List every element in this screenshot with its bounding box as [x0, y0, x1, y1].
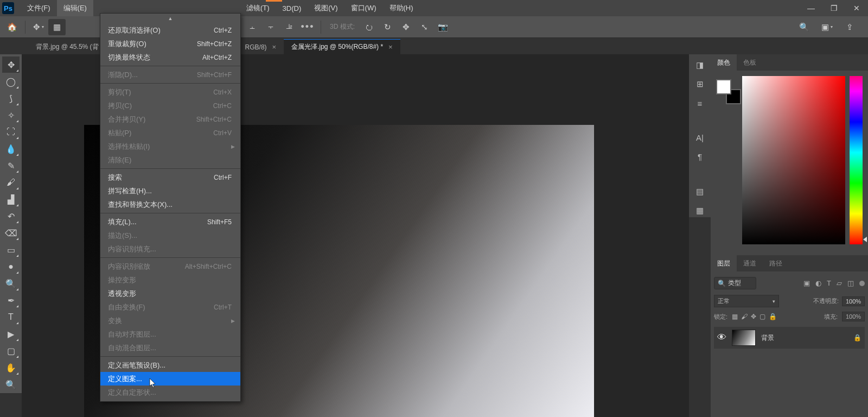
visibility-eye-icon[interactable]: 👁 — [717, 332, 726, 343]
character-icon[interactable]: A| — [693, 131, 707, 145]
search-icon[interactable]: 🔍 — [795, 19, 813, 35]
close-icon[interactable]: × — [388, 43, 393, 51]
lock-brush-icon[interactable]: 🖌 — [741, 313, 748, 320]
menuitem-重做裁剪O[interactable]: 重做裁剪(O)Shift+Ctrl+Z — [100, 37, 240, 50]
lasso-tool[interactable]: ⟆ — [2, 90, 20, 106]
filter-adjust-icon[interactable]: ◐ — [815, 279, 821, 287]
history-icon[interactable]: ◨ — [693, 59, 707, 72]
lock-position-icon[interactable]: ✥ — [751, 313, 756, 320]
blend-mode-select[interactable]: 正常 ▾ — [714, 295, 779, 307]
saturation-value-field[interactable] — [742, 76, 845, 244]
3d-roll-icon[interactable]: ↻ — [379, 19, 396, 35]
menu-filter[interactable]: 滤镜(T) — [240, 0, 276, 16]
3d-slide-icon[interactable]: ⤡ — [416, 19, 433, 35]
menu-window[interactable]: 窗口(W) — [344, 0, 383, 16]
filter-shape-icon[interactable]: ▱ — [837, 279, 842, 287]
crop-tool[interactable]: ⛶ — [2, 124, 20, 140]
foreground-background-swatch[interactable] — [716, 79, 738, 101]
clone-stamp-tool[interactable]: ▟ — [2, 191, 20, 207]
pen-tool[interactable]: ✒ — [2, 292, 20, 308]
align-center-h-icon[interactable]: ⫠ — [244, 19, 261, 35]
blur-tool[interactable]: ● — [2, 258, 20, 275]
filter-smart-icon[interactable]: ◫ — [847, 279, 854, 287]
tab-channels[interactable]: 通道 — [737, 255, 763, 271]
lock-artboard-icon[interactable]: ▢ — [760, 313, 765, 320]
tab-swatches[interactable]: 色板 — [737, 54, 763, 71]
workspace-icon[interactable]: ▣▾ — [818, 19, 835, 35]
lock-all-icon[interactable]: 🔒 — [769, 313, 777, 320]
layer-thumbnail[interactable] — [732, 330, 756, 346]
foreground-color[interactable] — [716, 79, 731, 94]
menu-edit[interactable]: 编辑(E) — [57, 0, 93, 16]
adjustments-icon[interactable]: ≡ — [693, 97, 707, 110]
paragraph-icon[interactable]: ¶ — [693, 150, 707, 163]
home-icon[interactable]: 🏠 — [3, 19, 21, 35]
more-align-icon[interactable]: ••• — [299, 19, 316, 35]
eyedropper-tool[interactable]: 💧 — [2, 141, 20, 157]
menuitem-操控变形: 操控变形 — [100, 273, 240, 287]
healing-brush-tool[interactable]: ✎ — [2, 157, 20, 174]
libraries-icon[interactable]: ▤ — [693, 185, 707, 198]
menuitem-查找和替换文本X[interactable]: 查找和替换文本(X)... — [100, 198, 240, 211]
shape-tool[interactable]: ▢ — [2, 343, 20, 359]
opacity-label: 不透明度: — [813, 297, 839, 305]
window-restore-icon[interactable]: ❐ — [822, 0, 845, 16]
hand-tool[interactable]: ✋ — [2, 359, 20, 376]
3d-zoom-icon[interactable]: 📷 — [434, 19, 451, 35]
brush-tool[interactable]: 🖌 — [2, 174, 20, 191]
menuitem-搜索[interactable]: 搜索Ctrl+F — [100, 170, 240, 184]
share-icon[interactable]: ⇪ — [841, 19, 858, 35]
filter-toggle[interactable] — [859, 281, 865, 286]
marquee-tool[interactable]: ◯ — [2, 73, 20, 90]
distribute-icon[interactable]: ⫡ — [280, 19, 298, 35]
menu-view[interactable]: 视图(V) — [308, 0, 344, 16]
tab-color[interactable]: 颜色 — [711, 54, 737, 71]
3d-pan-icon[interactable]: ✥ — [397, 19, 414, 35]
doc-tab-2[interactable]: 金属光泽.jpg @ 50%(RGB/8#) * × — [284, 39, 400, 54]
3d-orbit-icon[interactable]: ⭮ — [360, 19, 378, 35]
notes-icon[interactable]: ▦ — [693, 204, 707, 217]
magic-wand-tool[interactable]: ✧ — [2, 107, 20, 123]
menuitem-透视变形[interactable]: 透视变形 — [100, 287, 240, 300]
move-tool-opt[interactable]: ✥▾ — [30, 19, 47, 35]
history-brush-tool[interactable]: ↶ — [2, 208, 20, 224]
menuitem-定义画笔预设B[interactable]: 定义画笔预设(B)... — [100, 358, 240, 372]
menuitem-还原取消选择O[interactable]: 还原取消选择(O)Ctrl+Z — [100, 23, 240, 37]
tab-layers[interactable]: 图层 — [711, 255, 737, 271]
menu-3d[interactable]: 3D(D) — [276, 0, 308, 16]
lock-pixels-icon[interactable]: ▦ — [732, 313, 738, 320]
menuitem-填充L[interactable]: 填充(L)...Shift+F5 — [100, 215, 240, 229]
hue-slider[interactable] — [850, 76, 863, 244]
properties-icon[interactable]: ⊞ — [693, 78, 707, 91]
layer-item[interactable]: 👁 背景 🔒 — [714, 327, 865, 349]
window-close-icon[interactable]: ✕ — [845, 0, 868, 16]
dodge-tool[interactable]: 🔍 — [2, 275, 20, 292]
menuitem-label: 切换最终状态 — [108, 53, 150, 62]
tab-paths[interactable]: 路径 — [763, 255, 789, 271]
move-tool[interactable]: ✥ — [2, 56, 20, 73]
menuitem-label: 重做裁剪(O) — [108, 39, 146, 49]
close-icon[interactable]: × — [272, 43, 277, 51]
menuitem-定义图案[interactable]: 定义图案... — [100, 372, 240, 386]
gradient-tool[interactable]: ▭ — [2, 242, 20, 258]
menu-help[interactable]: 帮助(H) — [383, 0, 420, 16]
align-right-icon[interactable]: ⫟ — [262, 19, 279, 35]
layer-filter-select[interactable]: 🔍 类型 — [714, 277, 756, 289]
scroll-up-arrow[interactable]: ▲ — [100, 16, 240, 23]
opacity-value[interactable]: 100% — [842, 296, 865, 306]
doc-tab-suffix: RGB/8) — [245, 43, 267, 51]
menuitem-切换最终状态[interactable]: 切换最终状态Alt+Ctrl+Z — [100, 50, 240, 64]
zoom-tool[interactable]: 🔍 — [2, 376, 20, 393]
window-minimize-icon[interactable]: — — [800, 0, 822, 16]
fill-value[interactable]: 100% — [842, 312, 865, 321]
filter-image-icon[interactable]: ▣ — [803, 279, 810, 287]
menuitem-剪切T: 剪切(T)Ctrl+X — [100, 85, 240, 99]
eraser-tool[interactable]: ⌫ — [2, 225, 20, 241]
menu-file[interactable]: 文件(F) — [21, 0, 57, 16]
shortcut-label: Shift+Ctrl+F — [197, 71, 232, 79]
menuitem-拼写检查H[interactable]: 拼写检查(H)... — [100, 184, 240, 198]
path-select-tool[interactable]: ▶ — [2, 326, 20, 342]
auto-select-icon[interactable]: ▦ — [48, 19, 66, 35]
type-tool[interactable]: T — [2, 309, 20, 325]
filter-type-icon[interactable]: T — [827, 279, 831, 287]
